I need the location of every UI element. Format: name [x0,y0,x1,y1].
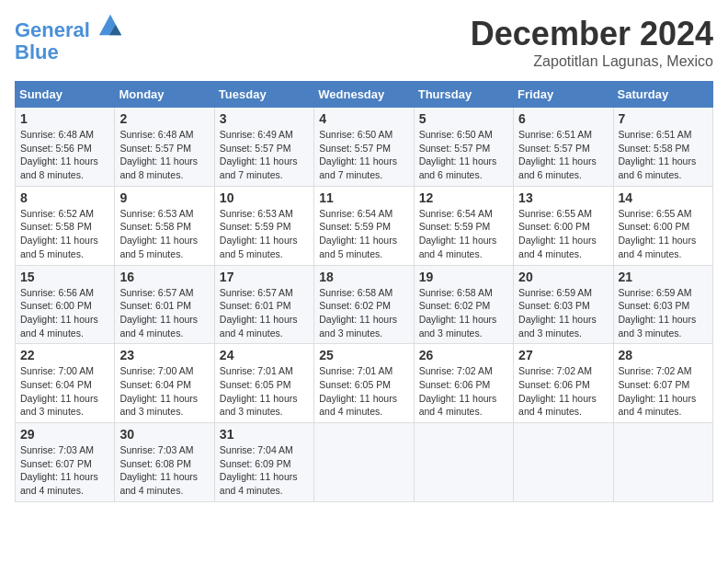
calendar-day-cell: 8Sunrise: 6:52 AMSunset: 5:58 PMDaylight… [16,186,115,265]
calendar-day-cell: 29Sunrise: 7:03 AMSunset: 6:07 PMDayligh… [16,423,115,502]
day-number: 27 [518,348,608,362]
day-number: 16 [119,270,209,284]
calendar-day-cell: 1Sunrise: 6:48 AMSunset: 5:56 PMDaylight… [16,108,115,187]
day-info: Sunrise: 6:50 AMSunset: 5:57 PMDaylight:… [419,128,508,182]
day-info: Sunrise: 7:02 AMSunset: 6:07 PMDaylight:… [619,364,708,419]
calendar-day-cell: 30Sunrise: 7:03 AMSunset: 6:08 PMDayligh… [115,423,214,502]
day-info: Sunrise: 6:53 AMSunset: 5:59 PMDaylight:… [220,207,309,261]
day-info: Sunrise: 6:57 AMSunset: 6:01 PMDaylight:… [220,286,309,340]
calendar-day-cell: 12Sunrise: 6:54 AMSunset: 5:59 PMDayligh… [414,186,513,265]
day-info: Sunrise: 6:55 AMSunset: 6:00 PMDaylight:… [518,207,608,261]
calendar-day-cell: 26Sunrise: 7:02 AMSunset: 6:06 PMDayligh… [414,344,513,423]
calendar-day-cell: 15Sunrise: 6:56 AMSunset: 6:00 PMDayligh… [16,265,115,344]
calendar-day-cell: 28Sunrise: 7:02 AMSunset: 6:07 PMDayligh… [613,344,712,423]
day-info: Sunrise: 6:48 AMSunset: 5:56 PMDaylight:… [20,128,109,182]
day-number: 21 [619,270,708,284]
calendar-day-cell [613,423,712,502]
day-header-tuesday: Tuesday [214,82,313,108]
day-info: Sunrise: 6:54 AMSunset: 5:59 PMDaylight:… [319,207,408,261]
calendar-day-cell: 18Sunrise: 6:58 AMSunset: 6:02 PMDayligh… [314,265,414,344]
calendar-table: SundayMondayTuesdayWednesdayThursdayFrid… [15,81,713,502]
calendar-day-cell [414,423,513,502]
day-number: 29 [20,427,109,442]
calendar-day-cell: 4Sunrise: 6:50 AMSunset: 5:57 PMDaylight… [314,108,414,187]
logo-blue-text: Blue [15,41,123,63]
day-info: Sunrise: 6:56 AMSunset: 6:00 PMDaylight:… [20,286,109,340]
calendar-week-row: 1Sunrise: 6:48 AMSunset: 5:56 PMDaylight… [16,108,713,187]
day-header-monday: Monday [115,82,214,108]
calendar-day-cell [314,423,414,502]
day-number: 25 [319,348,408,362]
day-number: 1 [20,111,109,126]
day-info: Sunrise: 7:01 AMSunset: 6:05 PMDaylight:… [220,364,309,419]
day-number: 13 [518,190,608,205]
day-info: Sunrise: 6:54 AMSunset: 5:59 PMDaylight:… [419,207,508,261]
day-info: Sunrise: 6:48 AMSunset: 5:57 PMDaylight:… [119,128,209,182]
day-info: Sunrise: 7:02 AMSunset: 6:06 PMDaylight:… [419,364,508,419]
day-info: Sunrise: 6:50 AMSunset: 5:57 PMDaylight:… [319,128,408,182]
day-number: 4 [319,111,408,126]
day-number: 19 [419,270,508,284]
day-info: Sunrise: 6:57 AMSunset: 6:01 PMDaylight:… [119,286,209,340]
day-number: 23 [119,348,209,362]
calendar-day-cell: 7Sunrise: 6:51 AMSunset: 5:58 PMDaylight… [613,108,712,187]
calendar-day-cell: 23Sunrise: 7:00 AMSunset: 6:04 PMDayligh… [115,344,214,423]
calendar-day-cell [514,423,613,502]
day-info: Sunrise: 6:51 AMSunset: 5:58 PMDaylight:… [619,128,708,182]
day-header-friday: Friday [514,82,613,108]
day-info: Sunrise: 6:58 AMSunset: 6:02 PMDaylight:… [419,286,508,340]
calendar-day-cell: 27Sunrise: 7:02 AMSunset: 6:06 PMDayligh… [514,344,613,423]
day-number: 24 [220,348,309,362]
logo-icon [97,11,123,37]
day-info: Sunrise: 6:53 AMSunset: 5:58 PMDaylight:… [119,207,209,261]
calendar-day-cell: 25Sunrise: 7:01 AMSunset: 6:05 PMDayligh… [314,344,414,423]
day-number: 8 [20,190,109,205]
month-title: December 2024 [471,15,713,53]
logo: General Blue [15,15,123,63]
day-info: Sunrise: 7:04 AMSunset: 6:09 PMDaylight:… [220,443,309,498]
day-number: 15 [20,270,109,284]
day-info: Sunrise: 7:01 AMSunset: 6:05 PMDaylight:… [319,364,408,419]
calendar-day-cell: 16Sunrise: 6:57 AMSunset: 6:01 PMDayligh… [115,265,214,344]
calendar-day-cell: 6Sunrise: 6:51 AMSunset: 5:57 PMDaylight… [514,108,613,187]
day-number: 11 [319,190,408,205]
day-number: 12 [419,190,508,205]
page-header: General Blue December 2024 Zapotitlan La… [15,15,713,70]
calendar-week-row: 22Sunrise: 7:00 AMSunset: 6:04 PMDayligh… [16,344,713,423]
calendar-day-cell: 19Sunrise: 6:58 AMSunset: 6:02 PMDayligh… [414,265,513,344]
day-info: Sunrise: 6:59 AMSunset: 6:03 PMDaylight:… [518,286,608,340]
calendar-day-cell: 3Sunrise: 6:49 AMSunset: 5:57 PMDaylight… [214,108,313,187]
day-info: Sunrise: 7:03 AMSunset: 6:08 PMDaylight:… [119,443,209,498]
day-info: Sunrise: 6:58 AMSunset: 6:02 PMDaylight:… [319,286,408,340]
day-info: Sunrise: 6:55 AMSunset: 6:00 PMDaylight:… [619,207,708,261]
calendar-week-row: 15Sunrise: 6:56 AMSunset: 6:00 PMDayligh… [16,265,713,344]
day-info: Sunrise: 7:02 AMSunset: 6:06 PMDaylight:… [518,364,608,419]
calendar-week-row: 8Sunrise: 6:52 AMSunset: 5:58 PMDaylight… [16,186,713,265]
location-title: Zapotitlan Lagunas, Mexico [471,53,713,70]
day-info: Sunrise: 7:00 AMSunset: 6:04 PMDaylight:… [119,364,209,419]
day-header-wednesday: Wednesday [314,82,414,108]
day-number: 31 [220,427,309,442]
day-info: Sunrise: 7:00 AMSunset: 6:04 PMDaylight:… [20,364,109,419]
calendar-day-cell: 24Sunrise: 7:01 AMSunset: 6:05 PMDayligh… [214,344,313,423]
day-info: Sunrise: 6:49 AMSunset: 5:57 PMDaylight:… [220,128,309,182]
calendar-day-cell: 10Sunrise: 6:53 AMSunset: 5:59 PMDayligh… [214,186,313,265]
day-number: 17 [220,270,309,284]
day-number: 5 [419,111,508,126]
day-number: 14 [619,190,708,205]
day-number: 30 [119,427,209,442]
calendar-day-cell: 9Sunrise: 6:53 AMSunset: 5:58 PMDaylight… [115,186,214,265]
day-number: 7 [619,111,708,126]
calendar-day-cell: 11Sunrise: 6:54 AMSunset: 5:59 PMDayligh… [314,186,414,265]
calendar-week-row: 29Sunrise: 7:03 AMSunset: 6:07 PMDayligh… [16,423,713,502]
calendar-day-cell: 5Sunrise: 6:50 AMSunset: 5:57 PMDaylight… [414,108,513,187]
calendar-day-cell: 20Sunrise: 6:59 AMSunset: 6:03 PMDayligh… [514,265,613,344]
day-number: 20 [518,270,608,284]
day-header-saturday: Saturday [613,82,712,108]
calendar-day-cell: 22Sunrise: 7:00 AMSunset: 6:04 PMDayligh… [16,344,115,423]
day-header-sunday: Sunday [16,82,115,108]
calendar-day-cell: 21Sunrise: 6:59 AMSunset: 6:03 PMDayligh… [613,265,712,344]
day-number: 26 [419,348,508,362]
calendar-day-cell: 17Sunrise: 6:57 AMSunset: 6:01 PMDayligh… [214,265,313,344]
day-number: 22 [20,348,109,362]
